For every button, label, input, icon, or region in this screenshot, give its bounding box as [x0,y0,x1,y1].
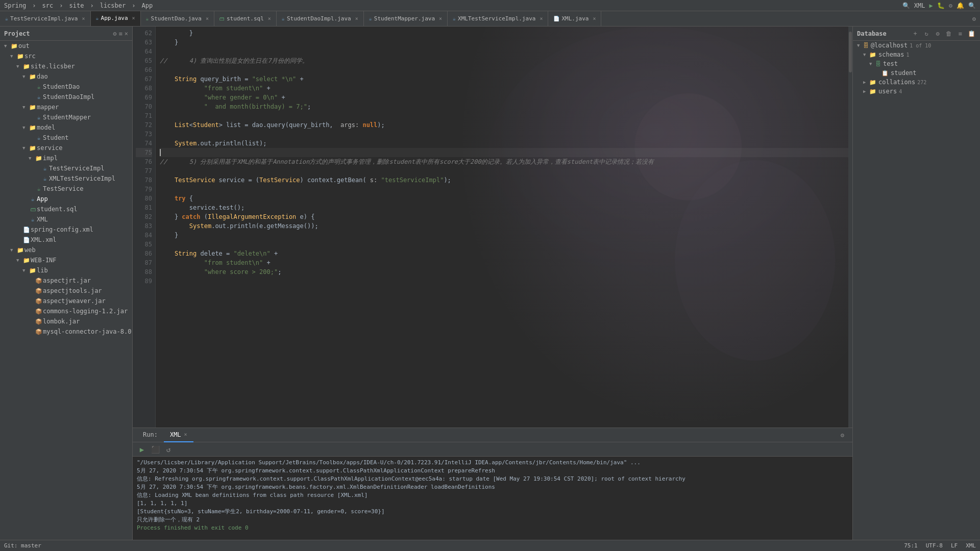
tree-item-studentdao[interactable]: ▶ ☕ StudentDao [0,82,132,92]
run-stop-button[interactable]: ⬛ [150,444,160,455]
code-line-62: } [160,29,848,38]
breadcrumb-sep: › [32,2,36,9]
db-schema-button[interactable]: ⚙ [933,29,942,38]
tab-close-1[interactable]: × [132,15,135,21]
xml-tab-close[interactable]: × [184,432,187,437]
code-line-84: } [160,231,848,240]
db-item-schemas[interactable]: ▼ 📁 schemas 1 [853,50,980,59]
db-item-student[interactable]: ▶ 📋 student [853,68,980,78]
code-editor[interactable]: 62 63 64 65 66 67 68 69 70 71 72 73 74 7… [133,27,852,428]
tree-item-web[interactable]: ▼ 📁 web [0,245,132,255]
console-line-0: "/Users/licsber/Library/Application Supp… [137,459,848,467]
tree-item-commonslogging[interactable]: ▶ 📦 commons-logging-1.2.jar [0,306,132,316]
console-line-6: [Student{stuNo=3, stuName=学生2, birthday=… [137,508,848,516]
database-title: Database [857,30,887,37]
tab-studentsql[interactable]: 🗃 student.sql × [214,11,277,27]
breadcrumb-spring[interactable]: Spring [4,2,26,9]
minimize-icon[interactable]: 🔔 [957,2,964,9]
bottom-settings-icon[interactable]: ⚙ [841,432,844,439]
tree-item-service[interactable]: ▼ 📁 service [0,143,132,153]
tree-item-sitelicsber[interactable]: ▼ 📁 site.licsber [0,61,132,71]
tree-item-impl[interactable]: ▼ 📁 impl [0,153,132,163]
tree-item-out[interactable]: ▼ 📁 out [0,41,132,51]
db-add-button[interactable]: + [911,29,920,38]
tab-studentdaoimpl[interactable]: ☕ StudentDaoImpl.java × [277,11,364,27]
db-item-users[interactable]: ▶ 📁 users 4 [853,87,980,96]
tree-item-springconfig[interactable]: ▶ 📄 spring-config.xml [0,224,132,235]
tab-close-5[interactable]: × [439,16,442,21]
search-icon[interactable]: 🔍 [902,2,910,9]
tree-item-mysqlconnector[interactable]: ▶ 📦 mysql-connector-java-8.0... [0,327,132,337]
code-line-81: service.test(); [160,203,848,212]
sidebar-close-icon[interactable]: × [125,30,128,37]
bottom-tab-xml[interactable]: XML × [164,428,193,442]
tree-item-lombok[interactable]: ▶ 📦 lombok.jar [0,316,132,327]
run-icon[interactable]: ▶ [929,2,933,9]
tree-item-xmltestserviceimpl[interactable]: ▶ ☕ XMLTestServiceImpl [0,173,132,184]
breadcrumb-app[interactable]: App [141,2,153,9]
tree-item-studentdaoimpl[interactable]: ▶ ☕ StudentDaoImpl [0,92,132,102]
tab-close-3[interactable]: × [268,16,271,21]
database-panel: Database + ↻ ⚙ 🗑 ≡ 📋 ▼ 🗄 @localhost 1 of… [852,27,980,540]
breadcrumb-site[interactable]: site [69,2,84,9]
tab-studentdao[interactable]: ☕ StudentDao.java × [141,11,214,27]
main-layout: Project ⚙ ≡ × ▼ 📁 out ▼ 📁 src ▼ 📁 site.l… [0,27,980,540]
tree-item-lib[interactable]: ▼ 📁 lib [0,265,132,276]
tree-item-webinf[interactable]: ▼ 📁 WEB-INF [0,255,132,265]
tab-xmljava[interactable]: 📄 XML.java × [548,11,601,27]
breadcrumb-licsber[interactable]: licsber [100,2,126,9]
tree-item-aspectjtools[interactable]: ▶ 📦 aspectjtools.jar [0,286,132,296]
sidebar-gear-icon[interactable]: ≡ [119,30,122,37]
tree-item-dao[interactable]: ▼ 📁 dao [0,71,132,82]
tree-item-testserviceimpl[interactable]: ▶ ☕ TestServiceImpl [0,163,132,173]
run-rerun-button[interactable]: ↺ [163,444,174,455]
tree-item-aspectjrt[interactable]: ▶ 📦 aspectjrt.jar [0,276,132,286]
tree-label-src: src [24,53,36,60]
db-refresh-button[interactable]: ↻ [922,29,931,38]
sidebar-settings-icon[interactable]: ⚙ [113,30,116,37]
tab-close-2[interactable]: × [206,16,209,21]
tree-item-aspectjweaver[interactable]: ▶ 📦 aspectjweaver.jar [0,296,132,306]
bottom-tab-run[interactable]: Run: [137,428,164,442]
search2-icon[interactable]: 🔍 [968,2,976,9]
code-text[interactable]: } } // 4) 查询出性别是女的生日在7月份的同学。 String quer… [156,27,852,428]
run-play-button[interactable]: ▶ [137,444,147,455]
db-item-collations[interactable]: ▶ 📁 collations 272 [853,78,980,87]
db-properties-button[interactable]: 📋 [967,29,976,38]
tab-studentmapper[interactable]: ☕ StudentMapper.java × [364,11,448,27]
db-settings-button[interactable]: ≡ [955,29,965,38]
tab-app[interactable]: ☕ App.java × [91,11,141,27]
db-delete-button[interactable]: 🗑 [944,29,953,38]
db-item-test[interactable]: ▼ 🗄 test [853,59,980,68]
tree-label-studentdao: StudentDao [43,83,80,90]
code-line-70: " and month(birthday) = 7;"; [160,102,848,111]
breadcrumb-src[interactable]: src [42,2,54,9]
db-item-localhost[interactable]: ▼ 🗄 @localhost 1 of 10 [853,41,980,50]
tree-item-mapper[interactable]: ▼ 📁 mapper [0,102,132,112]
tab-close-4[interactable]: × [355,16,358,21]
tab-settings-icon[interactable]: ⚙ [972,15,976,22]
tree-item-testservice[interactable]: ▶ ☕ TestService [0,184,132,194]
tree-label-mapper: mapper [37,104,59,111]
tree-item-src[interactable]: ▼ 📁 src [0,51,132,61]
status-lf: LF [951,542,958,549]
tree-item-studentsql[interactable]: ▶ 🗃 student.sql [0,204,132,214]
tree-item-app[interactable]: ▶ ☕ App [0,194,132,204]
settings-icon[interactable]: ⚙ [949,2,952,9]
tab-xmltestserviceimpl[interactable]: ☕ XMLTestServiceImpl.java × [448,11,548,27]
code-line-82: } catch (IllegalArgumentException e) { [160,212,848,221]
tree-item-model[interactable]: ▼ 📁 model [0,122,132,133]
tree-label-dao: dao [37,73,48,80]
console-line-4: 信息: Loading XML bean definitions from cl… [137,491,848,499]
status-git[interactable]: Git: master [4,542,41,549]
debug-icon[interactable]: 🐛 [937,2,945,9]
tab-close-0[interactable]: × [82,16,85,21]
tree-item-student[interactable]: ▶ ☕ Student [0,133,132,143]
tree-item-studentmapper[interactable]: ▶ ☕ StudentMapper [0,112,132,122]
code-line-78: TestService service = (TestService) cont… [160,176,848,185]
tab-testserviceimpl[interactable]: ☕ TestServiceImpl.java × [0,11,91,27]
tab-close-6[interactable]: × [540,16,543,21]
tree-item-xml[interactable]: ▶ ☕ XML [0,214,132,224]
tab-close-7[interactable]: × [593,16,596,21]
tree-item-xmlxml[interactable]: ▶ 📄 XML.xml [0,235,132,245]
